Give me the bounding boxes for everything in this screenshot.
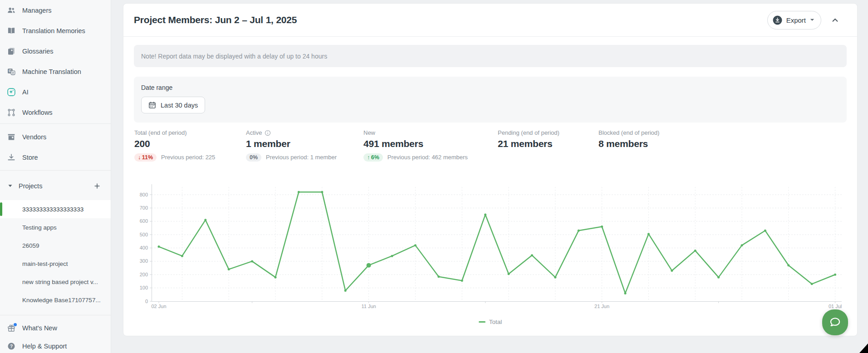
data-point-19-Jun[interactable] [554, 276, 556, 279]
legend-line-swatch [479, 321, 485, 323]
data-point-20-Jun[interactable] [578, 230, 580, 232]
delta-badge: ↑ 6% [363, 153, 383, 162]
stat-pending-end-of-period: Pending (end of period)21 members [498, 129, 598, 162]
y-axis-label: 700 [140, 205, 148, 211]
sidebar-nav-footer: What's New?Help & Support [0, 316, 111, 353]
data-point-25-Jun[interactable] [694, 250, 696, 252]
data-point-07-Jun[interactable] [275, 276, 277, 279]
data-point-22-Jun[interactable] [624, 292, 627, 294]
date-range-panel: Date range Last 30 days [134, 77, 847, 123]
collapse-report-button[interactable] [831, 16, 839, 24]
data-point-29-Jun[interactable] [787, 264, 790, 266]
data-point-16-Jun[interactable] [484, 214, 486, 216]
y-axis-label: 0 [145, 299, 148, 304]
data-point-04-Jun[interactable] [204, 219, 206, 221]
unread-badge-dot [14, 323, 17, 326]
data-point-18-Jun[interactable] [531, 254, 533, 256]
sidebar: ManagersTranslation MemoriesGlossariesGM… [0, 0, 111, 353]
data-point-01-Jul[interactable] [834, 274, 836, 276]
data-point-02-Jun[interactable] [158, 245, 160, 248]
data-point-11-Jun[interactable] [367, 263, 371, 268]
data-point-06-Jun[interactable] [251, 260, 253, 262]
sidebar-item-label: Machine Translation [22, 68, 81, 75]
sidebar-item-workflows[interactable]: Workflows [0, 102, 111, 123]
page-title: Project Members: Jun 2 – Jul 1, 2025 [134, 15, 767, 25]
store-download-icon [7, 153, 15, 162]
x-axis-label: 21 Jun [594, 304, 609, 309]
legend-label: Total [489, 319, 502, 325]
project-item-knowledge-base17107757[interactable]: Knowledge Base17107757... [0, 291, 111, 309]
data-point-28-Jun[interactable] [764, 230, 766, 232]
data-point-10-Jun[interactable] [344, 289, 347, 292]
projects-header-label[interactable]: Projects [19, 182, 92, 190]
data-point-03-Jun[interactable] [181, 255, 183, 257]
export-button-label: Export [786, 16, 806, 24]
data-point-21-Jun[interactable] [601, 226, 603, 228]
stat-value: 200 [134, 138, 246, 149]
date-range-button[interactable]: Last 30 days [141, 97, 205, 113]
previous-period-label: Previous period: 462 members [387, 154, 468, 161]
stat-active: Active1 member0%Previous period: 1 membe… [246, 129, 363, 162]
data-point-17-Jun[interactable] [508, 273, 510, 275]
data-point-12-Jun[interactable] [391, 255, 393, 257]
sidebar-item-glossaries[interactable]: Glossaries [0, 41, 111, 61]
gift-icon [7, 324, 15, 332]
data-point-26-Jun[interactable] [717, 276, 720, 279]
sidebar-item-label: Glossaries [22, 48, 54, 55]
line-chart-svg: 010020030040050060070080002 Jun11 Jun21 … [134, 181, 848, 313]
caret-down-icon [810, 19, 814, 21]
stat-value: 1 member [246, 138, 363, 149]
project-item-333333333333333333[interactable]: 333333333333333333 [0, 200, 111, 218]
chevron-up-icon [831, 16, 839, 24]
project-item-label: 26059 [22, 242, 39, 249]
data-point-05-Jun[interactable] [228, 268, 230, 270]
data-point-15-Jun[interactable] [461, 279, 463, 282]
machine-translation-icon: G [7, 68, 15, 76]
project-item-new-string-based-project-v[interactable]: new string based project v... [0, 273, 111, 291]
info-icon[interactable] [265, 130, 271, 136]
data-point-14-Jun[interactable] [437, 275, 440, 278]
data-point-09-Jun[interactable] [321, 191, 323, 193]
stat-label: Active [246, 129, 262, 136]
sidebar-item-help-support[interactable]: ?Help & Support [0, 337, 111, 353]
stat-label: Total (end of period) [134, 129, 187, 136]
data-point-08-Jun[interactable] [298, 191, 300, 193]
data-point-24-Jun[interactable] [671, 270, 673, 272]
sidebar-item-label: Translation Memories [22, 27, 85, 34]
y-axis-label: 300 [140, 258, 148, 264]
sidebar-item-label: Help & Support [22, 343, 67, 350]
project-item-label: Testing apps [22, 224, 57, 231]
sidebar-item-translation-memories[interactable]: Translation Memories [0, 20, 111, 41]
sidebar-item-vendors[interactable]: Vendors [0, 127, 111, 147]
data-point-27-Jun[interactable] [741, 244, 743, 246]
sidebar-item-managers[interactable]: Managers [0, 0, 111, 20]
sidebar-item-label: Workflows [22, 109, 53, 116]
project-item-main-test-project[interactable]: main-test-project [0, 255, 111, 273]
sidebar-divider [0, 123, 111, 124]
data-point-23-Jun[interactable] [647, 233, 650, 235]
project-item-testing-apps[interactable]: Testing apps [0, 218, 111, 236]
sidebar-item-ai[interactable]: AI [0, 82, 111, 102]
sidebar-item-machine-translation[interactable]: GMachine Translation [0, 61, 111, 82]
export-button[interactable]: Export [767, 11, 821, 29]
caret-down-icon[interactable] [8, 183, 13, 188]
x-axis-label: 01 Jul [829, 304, 842, 309]
mouse-cursor [859, 343, 868, 353]
sidebar-item-label: AI [22, 88, 29, 96]
stat-label: Pending (end of period) [498, 129, 559, 136]
chart-legend[interactable]: Total [134, 319, 847, 325]
data-point-30-Jun[interactable] [811, 283, 813, 285]
project-item-label: 333333333333333333 [22, 206, 83, 213]
chat-bubble-icon [828, 315, 842, 329]
sidebar-item-store[interactable]: Store [0, 147, 111, 167]
ai-sparkle-icon [7, 88, 15, 96]
chat-launcher-button[interactable] [822, 309, 848, 335]
data-point-13-Jun[interactable] [414, 244, 417, 246]
add-project-button[interactable] [92, 181, 103, 191]
sidebar-item-what-s-new[interactable]: What's New [0, 319, 111, 337]
x-axis-label: 11 Jun [361, 304, 376, 309]
project-item-26059[interactable]: 26059 [0, 236, 111, 255]
projects-section-header: Projects [0, 172, 111, 200]
y-axis-label: 200 [140, 272, 148, 277]
previous-period-label: Previous period: 1 member [266, 154, 337, 161]
